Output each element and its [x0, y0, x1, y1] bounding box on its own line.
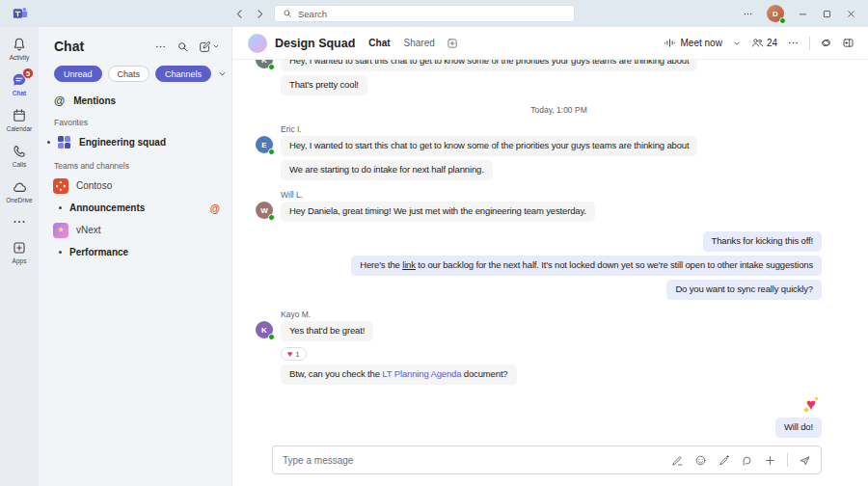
sidebar-item-label: vNext — [76, 225, 101, 235]
message-input-placeholder: Type a message — [283, 455, 671, 466]
new-chat-icon — [199, 40, 211, 53]
channel-more-button[interactable] — [787, 37, 800, 49]
format-icon[interactable] — [671, 454, 684, 467]
sender-name: Eric I. — [281, 124, 862, 134]
message-input[interactable]: Type a message — [272, 446, 822, 474]
rail-item-apps[interactable]: Apps — [0, 234, 39, 270]
compose-divider — [787, 453, 788, 467]
titlebar-more-button[interactable] — [743, 9, 753, 19]
copilot-icon[interactable] — [820, 37, 832, 49]
rail-item-activity[interactable]: Activity — [0, 31, 39, 67]
avatar-initials: K — [261, 326, 267, 335]
back-button[interactable] — [233, 8, 246, 20]
message-row: WHey Daniela, great timing! We just met … — [256, 202, 862, 222]
rail-item-chat[interactable]: 5Chat — [0, 67, 39, 102]
filter-pill-channels[interactable]: Channels — [155, 66, 211, 82]
loop-icon[interactable] — [741, 454, 753, 467]
open-pane-icon[interactable] — [842, 37, 854, 49]
unread-dot — [59, 251, 62, 254]
history-nav — [233, 8, 266, 20]
outgoing-message-group: Thanks for kicking this off!Here's the l… — [256, 231, 822, 300]
heart-reaction-pill[interactable]: ♥1 — [281, 347, 307, 361]
participants-button[interactable]: 24 — [751, 37, 777, 49]
section-label: Favorites — [39, 110, 231, 131]
new-chat-button[interactable] — [199, 40, 220, 53]
avatar-initials: K — [261, 60, 267, 65]
sidebar-item-label: Performance — [69, 247, 128, 257]
message-row: EHey, I wanted to start this chat to get… — [256, 136, 862, 180]
avatar[interactable]: K — [256, 60, 273, 68]
avatar[interactable]: W — [256, 202, 273, 219]
sidebar-team-vnext[interactable]: ★vNext — [39, 219, 231, 241]
send-button[interactable] — [799, 454, 811, 467]
incoming-message-group: KHey, I wanted to start this chat to get… — [256, 60, 862, 95]
heart-icon: ♥ — [287, 350, 292, 359]
bubble-column: Hey, I wanted to start this chat to get … — [281, 60, 697, 95]
rail-item-calls[interactable]: Calls — [0, 138, 39, 174]
tab-chat[interactable]: Chat — [368, 38, 390, 48]
bubble-column: Yes that'd be great!♥1Btw, can you check… — [281, 321, 517, 385]
inline-link[interactable]: link — [402, 259, 416, 270]
presence-available-icon — [268, 214, 275, 221]
unread-badge: 5 — [22, 68, 34, 79]
message-text: Hey, I wanted to start this chat to get … — [289, 140, 689, 150]
message-bubble: Will do! — [775, 418, 822, 438]
minimize-button[interactable] — [798, 9, 808, 19]
filter-pill-chats[interactable]: Chats — [108, 66, 150, 82]
message-text: this chat to get to know some of the pri… — [372, 60, 690, 66]
message-bubble: Hey, I wanted to start this chat to get … — [281, 60, 697, 71]
forward-button[interactable] — [254, 8, 266, 20]
presence-available-icon — [268, 148, 275, 155]
search-input[interactable]: Search — [274, 5, 575, 22]
outgoing-message-group: ♥Will do! — [256, 394, 822, 438]
chat-sidebar: Chat UnreadChatsChannels @ Mentions Favo… — [39, 27, 232, 486]
bell-icon — [12, 37, 27, 52]
at-mention-icon: @ — [54, 94, 65, 106]
avatar[interactable]: E — [256, 136, 273, 153]
add-icon[interactable] — [764, 454, 776, 467]
user-avatar[interactable]: D — [767, 5, 784, 22]
copilot-pen-icon[interactable] — [718, 454, 730, 467]
rail-item-label: Activity — [10, 54, 30, 61]
inline-link[interactable]: LT Planning Agenda — [382, 368, 461, 379]
sidebar-search-icon[interactable] — [176, 40, 189, 53]
sidebar-team-contoso[interactable]: Contoso — [39, 175, 231, 197]
mention-indicator-icon: @ — [210, 202, 220, 214]
filter-pill-unread[interactable]: Unread — [54, 66, 102, 82]
message-text: document? — [461, 368, 507, 379]
message-text: Do you want to sync really quickly? — [675, 284, 813, 294]
avatar[interactable]: K — [256, 321, 273, 338]
titlebar: Search D — [0, 0, 868, 27]
header-divider — [809, 37, 810, 50]
rail-item-calendar[interactable]: Calendar — [0, 102, 39, 138]
sidebar-team-engineering-squad[interactable]: Engineering squad — [39, 131, 231, 153]
vnext-icon: ★ — [53, 223, 68, 238]
sidebar-header: Chat — [39, 35, 231, 60]
calendar-icon — [12, 108, 27, 123]
message-text: Hey, I wanted to — [289, 60, 355, 66]
emoji-icon[interactable] — [694, 454, 707, 467]
sidebar-more-button[interactable] — [154, 40, 167, 53]
add-tab-button[interactable] — [447, 38, 458, 49]
sidebar-item-label: Announcements — [69, 202, 145, 213]
filters-collapse-chevron-icon[interactable] — [217, 68, 228, 79]
rail-item-more[interactable] — [0, 209, 39, 234]
meet-now-button[interactable]: Meet now — [664, 37, 722, 49]
meet-now-chevron-icon[interactable] — [732, 39, 742, 48]
sidebar-channel-performance[interactable]: Performance — [39, 241, 231, 263]
rail-item-onedrive[interactable]: OneDrive — [0, 174, 39, 209]
sidebar-item-mentions[interactable]: @ Mentions — [39, 90, 231, 110]
meet-now-icon — [664, 37, 676, 49]
bubble-column: Hey Daniela, great timing! We just met w… — [281, 202, 595, 222]
search-placeholder: Search — [298, 9, 327, 19]
message-row: KYes that'd be great!♥1Btw, can you chec… — [256, 321, 862, 385]
message-text: We are starting to do intake for next ha… — [289, 164, 484, 175]
message-text: Will do! — [784, 421, 813, 432]
tab-shared[interactable]: Shared — [404, 38, 435, 48]
channel-avatar[interactable] — [248, 34, 267, 53]
rail-item-label: Apps — [13, 257, 27, 264]
sparkling-heart-emoji: ♥ — [806, 396, 816, 414]
maximize-button[interactable] — [822, 9, 832, 19]
sidebar-channel-announcements[interactable]: Announcements@ — [39, 197, 231, 219]
close-button[interactable] — [846, 9, 856, 19]
